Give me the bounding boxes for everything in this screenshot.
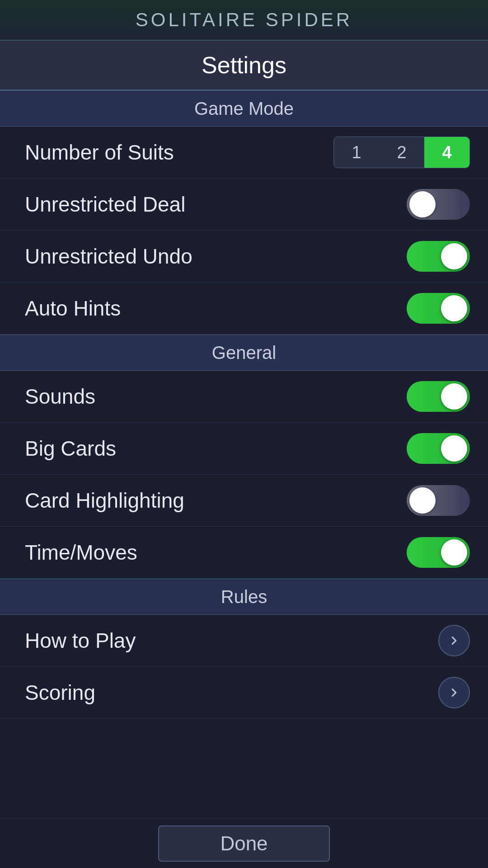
done-bar: Done [0, 818, 488, 868]
auto-hints-toggle-knob [441, 295, 467, 321]
section-general: General [0, 335, 488, 371]
sounds-label: Sounds [25, 384, 95, 409]
unrestricted-undo-toggle[interactable] [407, 241, 470, 272]
time-moves-label: Time/Moves [25, 540, 137, 565]
setting-row-auto-hints: Auto Hints [0, 283, 488, 335]
section-general-label: General [212, 343, 276, 363]
unrestricted-undo-label: Unrestricted Undo [25, 244, 192, 269]
big-cards-toggle-knob [441, 435, 467, 462]
unrestricted-deal-toggle-knob [409, 191, 436, 217]
auto-hints-toggle[interactable] [407, 293, 470, 324]
app-title: SOLITAIRE SPIDER [136, 9, 352, 31]
card-highlighting-label: Card Highlighting [25, 488, 184, 513]
setting-row-unrestricted-deal: Unrestricted Deal [0, 179, 488, 231]
setting-row-sounds: Sounds [0, 371, 488, 423]
time-moves-toggle[interactable] [407, 537, 470, 568]
setting-row-card-highlighting: Card Highlighting [0, 475, 488, 527]
card-highlighting-toggle-knob [409, 487, 436, 514]
number-of-suits-label: Number of Suits [25, 140, 174, 165]
suits-option-4[interactable]: 4 [424, 137, 469, 168]
setting-row-number-of-suits: Number of Suits 1 2 4 [0, 127, 488, 179]
settings-header: Settings [0, 41, 488, 90]
setting-row-big-cards: Big Cards [0, 423, 488, 475]
sounds-toggle-knob [441, 383, 467, 410]
big-cards-label: Big Cards [25, 436, 116, 461]
card-highlighting-toggle[interactable] [407, 485, 470, 516]
suits-option-1[interactable]: 1 [334, 137, 379, 168]
scoring-label: Scoring [25, 680, 95, 705]
sounds-toggle[interactable] [407, 381, 470, 412]
page-title: Settings [202, 52, 286, 79]
unrestricted-undo-toggle-knob [441, 243, 467, 269]
done-button[interactable]: Done [158, 826, 330, 862]
setting-row-scoring[interactable]: Scoring [0, 667, 488, 719]
time-moves-toggle-knob [441, 539, 467, 566]
section-rules: Rules [0, 579, 488, 615]
unrestricted-deal-label: Unrestricted Deal [25, 192, 185, 217]
section-game-mode: Game Mode [0, 90, 488, 127]
suits-selector[interactable]: 1 2 4 [333, 137, 470, 168]
scoring-chevron[interactable] [438, 677, 470, 708]
setting-row-how-to-play[interactable]: How to Play [0, 615, 488, 667]
title-bar: SOLITAIRE SPIDER [0, 0, 488, 41]
suits-option-2[interactable]: 2 [379, 137, 424, 168]
unrestricted-deal-toggle[interactable] [407, 189, 470, 220]
big-cards-toggle[interactable] [407, 433, 470, 464]
auto-hints-label: Auto Hints [25, 296, 121, 321]
section-game-mode-label: Game Mode [194, 99, 294, 119]
setting-row-unrestricted-undo: Unrestricted Undo [0, 231, 488, 283]
how-to-play-chevron[interactable] [438, 625, 470, 656]
setting-row-time-moves: Time/Moves [0, 527, 488, 579]
how-to-play-label: How to Play [25, 628, 136, 653]
section-rules-label: Rules [221, 587, 267, 607]
